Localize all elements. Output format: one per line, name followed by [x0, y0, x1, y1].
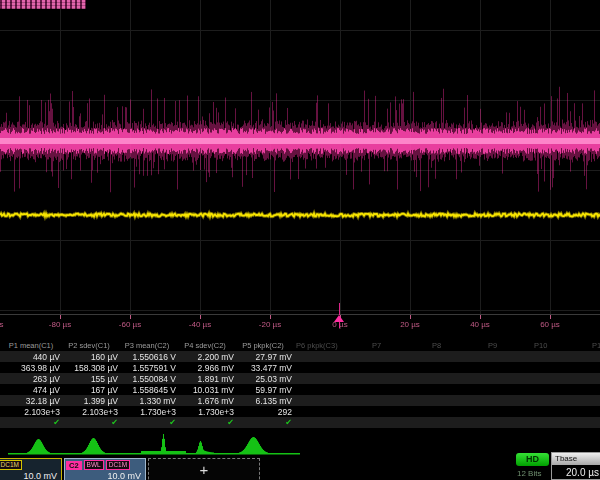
time-axis-tick	[60, 315, 61, 319]
measure-value: 263 µV	[2, 374, 60, 384]
time-axis-label: -20 µs	[259, 320, 281, 329]
time-axis-tick	[550, 315, 551, 319]
trigger-marker-stem	[339, 303, 340, 315]
measure-value: 2.103e+3	[2, 407, 60, 417]
measure-value: 59.97 mV	[234, 385, 292, 395]
measure-value: 2.103e+3	[60, 407, 118, 417]
status-check-icon: ✔	[234, 418, 292, 428]
measure-value: 1.676 mV	[176, 396, 234, 406]
time-axis-tick	[130, 315, 131, 319]
time-axis-tick	[480, 315, 481, 319]
measure-value: 2.966 mV	[176, 363, 234, 373]
measure-value: 32.18 µV	[2, 396, 60, 406]
status-check-icon: ✔	[60, 418, 118, 428]
measure-value: 33.477 mV	[234, 363, 292, 373]
measure-value: 158.308 µV	[60, 363, 118, 373]
status-check-icon: ✔	[118, 418, 176, 428]
measure-value: 1.730e+3	[118, 407, 176, 417]
hd-bits-label: 12 Bits	[517, 469, 541, 478]
measure-value: 1.730e+3	[176, 407, 234, 417]
hd-mode-badge[interactable]: HD	[516, 453, 549, 466]
measure-value: 1.330 mV	[118, 396, 176, 406]
time-axis-label: 60 µs	[540, 320, 560, 329]
channel-c1-descriptor[interactable]: C1 DC1M 10.0 mV	[0, 458, 62, 480]
time-axis-tick	[270, 315, 271, 319]
measure-value: 440 µV	[2, 352, 60, 362]
measure-value: 363.98 µV	[2, 363, 60, 373]
param-header-disabled[interactable]: P7	[372, 341, 381, 351]
param-header-disabled[interactable]: P9	[488, 341, 497, 351]
c2-label: C2	[66, 461, 82, 470]
c2-bandwidth-limit-chip: BWL	[84, 460, 104, 470]
c2-coupling-chip: DC1M	[106, 460, 130, 470]
c2-volts-per-div: 10.0 mV	[107, 471, 141, 480]
c1-volts-per-div: 10.0 mV	[23, 471, 57, 480]
measure-value: 155 µV	[60, 374, 118, 384]
timebase-descriptor[interactable]: Tbase 20.0 µs	[551, 452, 600, 480]
param-header[interactable]: P2 sdev(C1)	[60, 341, 118, 351]
measure-value: 2.200 mV	[176, 352, 234, 362]
measure-value: 167 µV	[60, 385, 118, 395]
measure-value: 474 µV	[2, 385, 60, 395]
param-header[interactable]: P1 mean(C1)	[2, 341, 60, 351]
measure-value: 160 µV	[60, 352, 118, 362]
add-trace-button[interactable]: +	[148, 458, 260, 480]
time-axis-label: 20 µs	[400, 320, 420, 329]
timebase-value: 20.0 µs	[566, 467, 599, 478]
measure-value: 27.97 mV	[234, 352, 292, 362]
trigger-marker-stem	[339, 322, 340, 328]
time-axis-label: 40 µs	[470, 320, 490, 329]
param-header-disabled[interactable]: P11	[592, 341, 600, 351]
trigger-position-marker[interactable]	[334, 303, 345, 329]
measure-value: 1.399 µV	[60, 396, 118, 406]
param-header-disabled[interactable]: P6 pkpk(C3)	[296, 341, 338, 351]
param-header[interactable]: P5 pkpk(C2)	[234, 341, 292, 351]
measure-value: 1.550084 V	[118, 374, 176, 384]
top-left-trace-badge	[0, 0, 86, 9]
time-axis-label: -60 µs	[119, 320, 141, 329]
waveform-display[interactable]	[0, 0, 600, 316]
time-axis-label: -80 µs	[49, 320, 71, 329]
time-axis-label: -100 µs	[0, 320, 3, 329]
measure-value: 1.557591 V	[118, 363, 176, 373]
measure-value: 292	[234, 407, 292, 417]
measure-value: 6.135 mV	[234, 396, 292, 406]
timebase-title: Tbase	[552, 453, 600, 465]
plus-icon: +	[149, 461, 259, 478]
status-check-icon: ✔	[176, 418, 234, 428]
trigger-marker-triangle-icon	[334, 315, 344, 322]
measure-value: 1.891 mV	[176, 374, 234, 384]
c1-coupling-chip: DC1M	[0, 460, 22, 470]
time-axis-label: -40 µs	[189, 320, 211, 329]
status-check-icon: ✔	[2, 418, 60, 428]
param-header[interactable]: P3 mean(C2)	[118, 341, 176, 351]
time-axis-tick	[200, 315, 201, 319]
measure-value: 1.550616 V	[118, 352, 176, 362]
time-axis-tick	[410, 315, 411, 319]
measure-value: 10.031 mV	[176, 385, 234, 395]
param-header[interactable]: P4 sdev(C2)	[176, 341, 234, 351]
param-header-disabled[interactable]: P8	[432, 341, 441, 351]
channel-c2-descriptor[interactable]: C2 BWL DC1M 10.0 mV	[64, 458, 146, 480]
measure-value: 1.558645 V	[118, 385, 176, 395]
oscilloscope-screen: -100 µs-80 µs-60 µs-40 µs-20 µs0 µs20 µs…	[0, 0, 600, 480]
param-header-disabled[interactable]: P10	[534, 341, 547, 351]
time-axis-line	[0, 314, 600, 315]
parameter-histicons	[0, 430, 300, 458]
measure-value: 25.03 mV	[234, 374, 292, 384]
